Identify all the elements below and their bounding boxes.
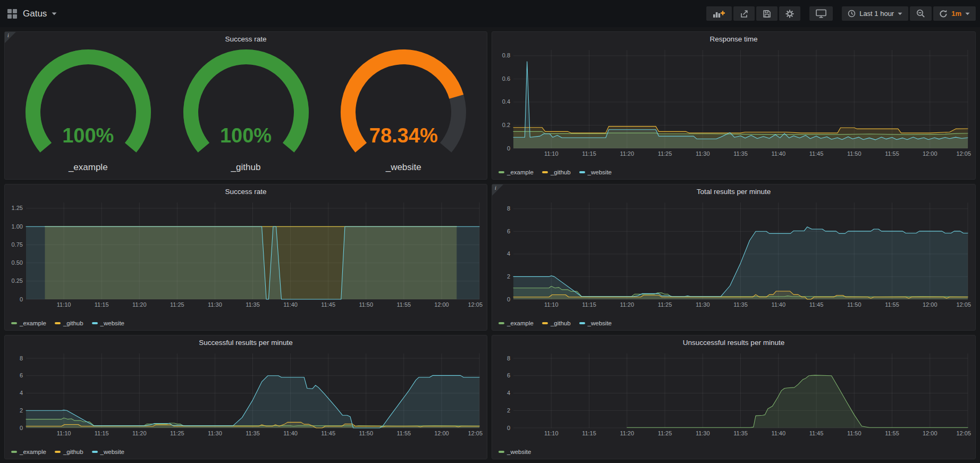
x-axis-label: 11:35 [733,430,748,436]
y-axis-label: 4 [507,250,510,257]
x-axis-label: 11:20 [620,150,634,157]
add-panel-button[interactable] [706,6,732,21]
x-axis-label: 11:30 [696,150,710,157]
legend-swatch [499,451,504,453]
x-axis-label: 11:45 [809,150,824,157]
clock-icon [848,10,856,18]
save-icon [763,10,771,18]
panel-title[interactable]: Response time [492,35,975,43]
legend-item-_github[interactable]: _github [55,320,83,326]
legend-label: _website [588,169,612,175]
x-axis-label: 11:15 [582,301,596,308]
legend-item-_github[interactable]: _github [542,320,571,326]
legend: _website [499,449,531,455]
legend: _example_github_website [11,320,124,326]
x-axis-label: 11:35 [733,150,748,157]
x-axis-label: 11:40 [771,430,785,436]
panel-title[interactable]: Success rate [5,35,487,43]
grafana-logo-grid-icon[interactable] [7,9,18,19]
x-axis-label: 11:20 [620,301,634,308]
legend-item-_example[interactable]: _example [499,169,534,175]
panel-title[interactable]: Success rate [5,188,487,196]
legend-item-_github[interactable]: _github [542,169,571,175]
panel-response-time: Response time 11:1011:1511:2011:2511:301… [492,31,976,180]
x-axis-label: 11:40 [283,301,298,308]
legend-item-_website[interactable]: _website [579,169,612,175]
legend-swatch [92,322,98,324]
dashboard-title[interactable]: Gatus [23,9,57,19]
refresh-interval-button[interactable]: 1m [933,6,976,21]
gauge-_example: 100%_example [14,48,163,173]
x-axis-label: 11:35 [733,301,748,308]
x-axis-label: 11:25 [170,301,184,308]
legend-label: _example [507,169,534,175]
legend-label: _example [507,320,534,326]
y-axis-label: 0 [20,425,23,431]
save-button[interactable] [756,6,778,21]
x-axis-label: 11:20 [132,301,147,308]
y-axis-label: 0.8 [502,52,510,58]
x-axis-label: 12:05 [956,430,971,436]
tv-mode-button[interactable] [809,6,833,21]
legend-item-_website[interactable]: _website [499,449,531,455]
panel-title[interactable]: Unsuccessful results per minute [492,339,975,347]
legend-swatch [11,451,17,453]
legend-label: _website [507,449,531,455]
refresh-interval-label: 1m [951,10,961,18]
x-axis-label: 11:10 [544,430,559,436]
x-axis-label: 12:00 [923,430,937,436]
x-axis-label: 11:40 [771,150,785,157]
panel-title[interactable]: Successful results per minute [5,339,487,347]
x-axis-label: 11:15 [95,301,109,308]
x-axis-label: 11:50 [359,301,373,308]
legend-swatch [579,322,585,324]
gauge-label: _github [231,162,261,173]
y-axis-label: 0.50 [12,259,23,266]
x-axis-label: 12:05 [956,150,971,157]
legend-item-_example[interactable]: _example [11,449,46,455]
success-rate-chart: 11:1011:1511:2011:2511:3011:3511:4011:45… [8,199,484,309]
panel-title[interactable]: Total results per minute [492,188,975,196]
x-axis-label: 11:15 [582,150,596,157]
zoom-out-button[interactable] [910,6,932,21]
x-axis-label: 11:40 [771,301,785,308]
legend-item-_example[interactable]: _example [11,320,46,326]
legend-label: _github [63,320,83,326]
zoom-out-icon [916,9,925,18]
settings-button[interactable] [779,6,800,21]
legend-swatch [55,451,61,453]
x-axis-label: 11:10 [57,301,71,308]
y-axis-label: 8 [507,355,510,361]
legend-item-_example[interactable]: _example [499,320,534,326]
y-axis-label: 2 [20,407,23,414]
y-axis-label: 0.4 [502,98,510,105]
legend-item-_website[interactable]: _website [92,449,124,455]
time-range-picker[interactable]: Last 1 hour [842,6,908,21]
y-axis-label: 0 [20,296,23,302]
gauge-label: _website [386,162,421,173]
x-axis-label: 12:00 [923,301,937,308]
y-axis-label: 2 [507,273,510,280]
gauge-label: _example [69,162,108,173]
y-axis-label: 0 [507,145,510,151]
caret-down-icon [898,12,902,15]
panel-success-rate: Success rate 11:1011:1511:2011:2511:3011… [4,184,487,331]
time-range-label: Last 1 hour [859,10,894,18]
x-axis-label: 11:55 [885,301,899,308]
y-axis-label: 2 [507,407,510,414]
y-axis-label: 6 [20,372,23,378]
legend: _example_github_website [11,449,124,455]
y-axis-label: 8 [507,205,510,212]
legend-swatch [499,322,504,324]
legend-item-_website[interactable]: _website [92,320,124,326]
x-axis-label: 11:35 [246,301,260,308]
legend-label: _github [551,320,571,326]
x-axis-label: 11:55 [885,150,899,157]
share-button[interactable] [733,6,755,21]
x-axis-label: 12:05 [468,430,483,436]
legend-item-_website[interactable]: _website [579,320,612,326]
legend-item-_github[interactable]: _github [55,449,83,455]
panel-total-results: i Total results per minute 11:1011:1511:… [492,184,976,331]
legend-swatch [92,451,98,453]
x-axis-label: 11:30 [208,430,222,436]
